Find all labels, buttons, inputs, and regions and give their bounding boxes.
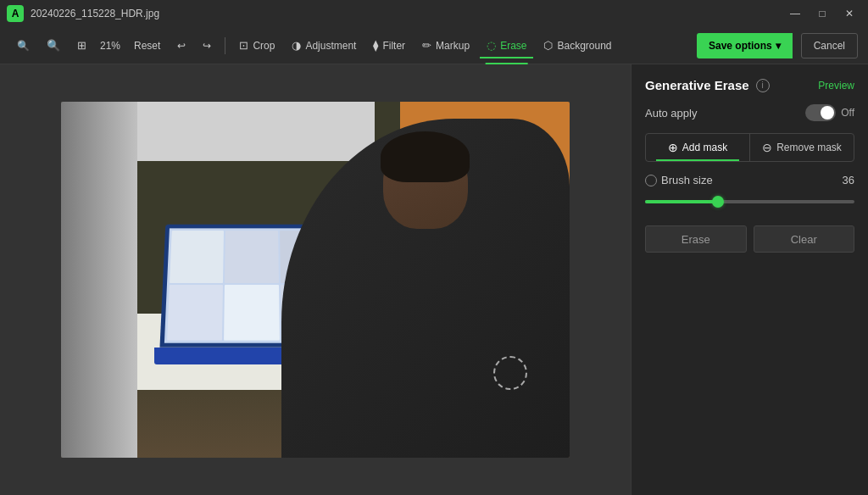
photo-image bbox=[61, 102, 570, 458]
add-mask-icon: ⊕ bbox=[668, 141, 678, 154]
remove-mask-button[interactable]: ⊖ Remove mask bbox=[750, 134, 854, 161]
brush-cursor bbox=[493, 356, 527, 390]
slider-fill bbox=[645, 200, 718, 203]
background-icon: ⬡ bbox=[543, 39, 553, 52]
person-hair bbox=[381, 131, 470, 182]
zoom-in-icon: 🔍 bbox=[17, 40, 30, 52]
cancel-button[interactable]: Cancel bbox=[801, 33, 858, 58]
titlebar-left: A 20240226_115228_HDR.jpg bbox=[7, 5, 159, 22]
zoom-percent: 21% bbox=[97, 40, 124, 52]
save-group: Save options ▾ bbox=[697, 33, 793, 58]
slider-thumb[interactable] bbox=[712, 196, 724, 208]
fit-icon: ⊞ bbox=[77, 39, 86, 52]
undo-button[interactable]: ↩ bbox=[170, 33, 192, 58]
reset-button[interactable]: Reset bbox=[127, 33, 167, 58]
save-options-button[interactable]: Save options ▾ bbox=[697, 33, 793, 58]
close-button[interactable]: ✕ bbox=[837, 5, 861, 22]
preview-button[interactable]: Preview bbox=[818, 80, 854, 92]
titlebar: A 20240226_115228_HDR.jpg — □ ✕ bbox=[0, 0, 868, 27]
redo-icon: ↪ bbox=[203, 40, 211, 52]
brush-size-section: Brush size 36 bbox=[645, 174, 854, 210]
fit-button[interactable]: ⊞ bbox=[70, 33, 93, 58]
auto-apply-toggle[interactable] bbox=[805, 104, 836, 121]
brush-size-slider[interactable] bbox=[645, 193, 854, 210]
filter-icon: ⧫ bbox=[373, 39, 378, 52]
filter-button[interactable]: ⧫ Filter bbox=[366, 33, 412, 58]
mask-row: ⊕ Add mask ⊖ Remove mask bbox=[645, 133, 854, 162]
save-arrow-icon: ▾ bbox=[776, 40, 781, 52]
zoom-out-icon: 🔍 bbox=[47, 39, 60, 52]
erase-icon: ◌ bbox=[487, 39, 496, 52]
info-icon[interactable]: i bbox=[756, 79, 770, 92]
titlebar-title: 20240226_115228_HDR.jpg bbox=[31, 8, 159, 19]
background-button[interactable]: ⬡ Background bbox=[537, 33, 618, 58]
brush-size-label: Brush size bbox=[645, 174, 713, 186]
minimize-button[interactable]: — bbox=[783, 5, 807, 22]
redo-button[interactable]: ↪ bbox=[196, 33, 218, 58]
canvas-area[interactable] bbox=[0, 64, 631, 495]
add-mask-button[interactable]: ⊕ Add mask bbox=[646, 134, 749, 161]
clear-action-button[interactable]: Clear bbox=[754, 225, 855, 253]
slider-track bbox=[645, 200, 854, 203]
brush-size-row: Brush size 36 bbox=[645, 174, 854, 186]
markup-icon: ✏ bbox=[422, 39, 431, 52]
brush-size-value: 36 bbox=[843, 174, 854, 186]
crop-button[interactable]: ⊡ Crop bbox=[232, 33, 281, 58]
panel-title: Generative Erase bbox=[645, 78, 749, 92]
maximize-button[interactable]: □ bbox=[810, 5, 834, 22]
crop-icon: ⊡ bbox=[239, 39, 248, 52]
adjustment-icon: ◑ bbox=[292, 39, 301, 52]
zoom-in-button[interactable]: 🔍 bbox=[10, 33, 36, 58]
titlebar-controls: — □ ✕ bbox=[783, 5, 861, 22]
photo-partition-top bbox=[137, 102, 375, 161]
toggle-state-label: Off bbox=[841, 107, 854, 119]
photo-partition-left bbox=[61, 102, 137, 458]
panel-header: Generative Erase i Preview bbox=[645, 78, 854, 92]
adjustment-button[interactable]: ◑ Adjustment bbox=[285, 33, 363, 58]
zoom-out-button[interactable]: 🔍 bbox=[40, 33, 67, 58]
main-area: Generative Erase i Preview Auto apply Of… bbox=[0, 64, 868, 495]
auto-apply-label: Auto apply bbox=[645, 107, 697, 120]
erase-action-button[interactable]: Erase bbox=[645, 225, 747, 253]
auto-apply-row: Auto apply Off bbox=[645, 104, 854, 121]
right-panel: Generative Erase i Preview Auto apply Of… bbox=[631, 64, 868, 495]
remove-mask-icon: ⊖ bbox=[762, 141, 772, 154]
toolbar: 🔍 🔍 ⊞ 21% Reset ↩ ↪ ⊡ Crop ◑ Adjustment … bbox=[0, 27, 868, 64]
markup-button[interactable]: ✏ Markup bbox=[415, 33, 476, 58]
photo-container bbox=[61, 102, 570, 458]
toolbar-separator-1 bbox=[225, 37, 225, 54]
erase-button[interactable]: ◌ Erase bbox=[480, 33, 533, 58]
toggle-knob bbox=[821, 106, 834, 120]
app-icon: A bbox=[7, 5, 24, 22]
brush-size-icon bbox=[645, 175, 657, 186]
undo-icon: ↩ bbox=[177, 40, 186, 52]
action-row: Erase Clear bbox=[645, 225, 854, 253]
toggle-group: Off bbox=[805, 104, 854, 121]
